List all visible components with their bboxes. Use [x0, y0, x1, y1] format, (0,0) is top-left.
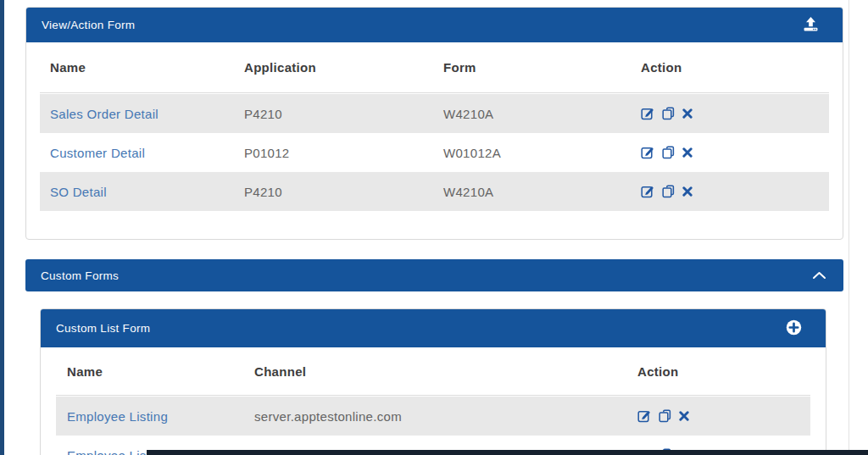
page: View/Action Form Name Application Form A… [0, 0, 868, 455]
delete-x-icon[interactable] [679, 411, 689, 421]
table-header-row: Name Channel Action [56, 347, 810, 396]
row-name-link[interactable]: Employee Listing [67, 409, 168, 424]
upload-button[interactable] [803, 17, 819, 34]
custom-list-form-panel: Custom List Form Name Channel Action Emp… [40, 308, 826, 455]
right-border-line [849, 0, 849, 455]
delete-x-icon[interactable] [682, 186, 693, 197]
col-header-application: Application [244, 60, 443, 75]
row-name-link[interactable]: Sales Order Detail [50, 107, 159, 121]
plus-circle-icon [786, 319, 802, 338]
col-header-name: Name [67, 364, 254, 379]
col-header-action: Action [641, 60, 829, 75]
copy-icon[interactable] [662, 107, 675, 120]
view-action-form-panel: View/Action Form Name Application Form A… [25, 7, 843, 240]
panel-title: Custom Forms [41, 269, 119, 282]
delete-x-icon[interactable] [682, 108, 693, 119]
form-cell: W4210A [443, 185, 641, 199]
row-name-link[interactable]: SO Detail [50, 185, 107, 199]
form-cell: W4210A [443, 107, 641, 121]
copy-icon[interactable] [659, 409, 671, 423]
edit-icon[interactable] [641, 185, 654, 198]
add-form-button[interactable] [786, 319, 802, 338]
panel-title: View/Action Form [42, 19, 135, 31]
table-row: Employee Listing server.apptestonline.co… [56, 397, 810, 436]
view-action-form-header: View/Action Form [26, 8, 843, 42]
custom-list-form-header: Custom List Form [41, 309, 826, 347]
collapse-button[interactable] [812, 269, 826, 282]
application-cell: P01012 [244, 146, 443, 160]
upload-icon [803, 17, 819, 34]
left-edge-strip [0, 0, 4, 455]
custom-forms-header[interactable]: Custom Forms [25, 259, 843, 291]
edit-icon[interactable] [641, 107, 654, 120]
edit-icon[interactable] [641, 146, 654, 159]
dark-bottom-bar [147, 450, 868, 455]
table-row: Sales Order Detail P4210 W4210A [40, 94, 829, 133]
chevron-up-icon [812, 269, 826, 282]
delete-x-icon[interactable] [682, 147, 693, 158]
col-header-form: Form [443, 60, 641, 75]
action-cell [637, 409, 810, 423]
action-cell [641, 185, 829, 198]
table-row: Customer Detail P01012 W01012A [40, 133, 829, 172]
copy-icon[interactable] [662, 146, 675, 159]
action-cell [641, 107, 829, 120]
action-cell [641, 146, 829, 159]
application-cell: P4210 [244, 107, 443, 121]
table-row: SO Detail P4210 W4210A [40, 172, 829, 211]
panel-title: Custom List Form [56, 322, 150, 335]
copy-icon[interactable] [662, 185, 675, 198]
application-cell: P4210 [244, 185, 443, 199]
col-header-channel: Channel [254, 364, 637, 379]
edit-icon[interactable] [637, 409, 651, 423]
col-header-action: Action [637, 364, 810, 379]
row-name-link[interactable]: Customer Detail [50, 146, 145, 160]
table-header-row: Name Application Form Action [40, 42, 829, 93]
channel-cell: server.apptestonline.com [254, 409, 637, 424]
col-header-name: Name [50, 60, 244, 75]
form-cell: W01012A [443, 146, 641, 160]
